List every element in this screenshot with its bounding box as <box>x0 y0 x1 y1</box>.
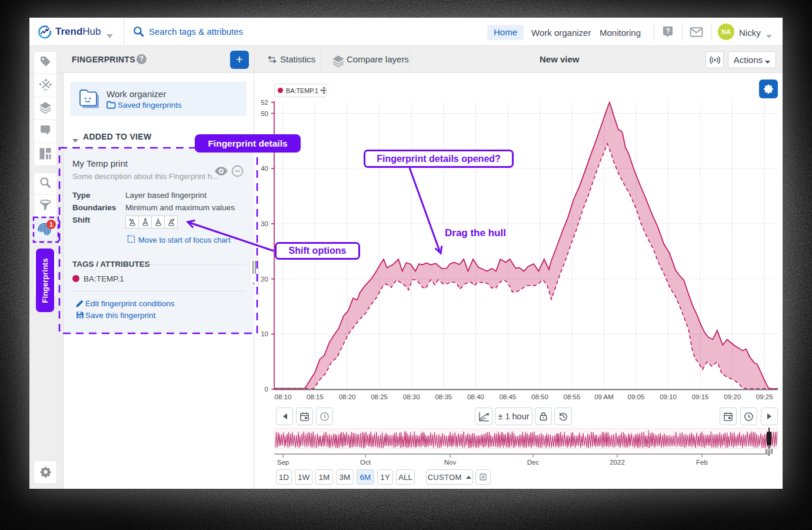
svg-text:08:25: 08:25 <box>371 393 388 400</box>
svg-text:08:45: 08:45 <box>499 393 516 400</box>
svg-text:08:20: 08:20 <box>339 393 356 400</box>
svg-text:50: 50 <box>261 110 268 117</box>
svg-text:2022: 2022 <box>610 459 625 466</box>
svg-text:30: 30 <box>261 220 268 227</box>
svg-text:08:10: 08:10 <box>275 393 292 400</box>
svg-text:08:15: 08:15 <box>307 393 324 400</box>
svg-text:09 AM: 09 AM <box>594 393 614 400</box>
svg-text:Feb: Feb <box>696 459 708 466</box>
svg-text:09:10: 09:10 <box>660 393 677 400</box>
svg-text:08:30: 08:30 <box>403 393 420 400</box>
svg-text:20: 20 <box>261 276 268 283</box>
svg-text:08:35: 08:35 <box>435 393 452 400</box>
svg-text:08:50: 08:50 <box>531 393 548 400</box>
svg-text:Oct: Oct <box>360 459 371 466</box>
svg-text:Sep: Sep <box>277 459 289 466</box>
svg-text:08:55: 08:55 <box>564 393 581 400</box>
svg-text:09:15: 09:15 <box>692 393 709 400</box>
svg-text:0: 0 <box>265 386 268 393</box>
svg-text:?: ? <box>665 26 670 35</box>
svg-text:10: 10 <box>261 330 268 337</box>
svg-text:52: 52 <box>261 99 268 106</box>
svg-text:09:25: 09:25 <box>756 393 773 400</box>
svg-text:Nov: Nov <box>444 459 457 466</box>
svg-text:Dec: Dec <box>527 459 540 466</box>
svg-text:40: 40 <box>261 165 268 172</box>
svg-text:09:20: 09:20 <box>724 393 741 400</box>
svg-text:09:05: 09:05 <box>628 393 645 400</box>
svg-text:08:40: 08:40 <box>467 393 484 400</box>
